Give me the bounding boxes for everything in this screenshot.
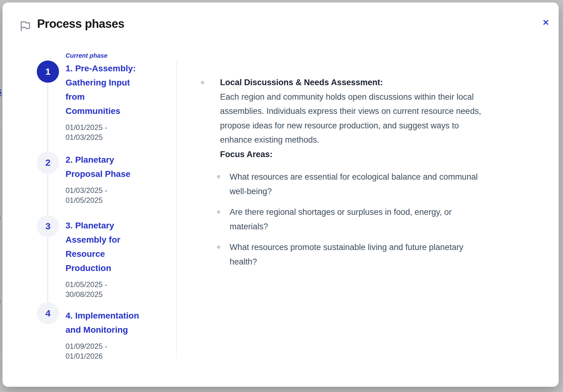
phase-3-dates: 01/05/2025 - 30/08/2025 [66, 280, 144, 299]
column-divider [176, 60, 177, 358]
current-phase-label: Current phase [66, 52, 144, 59]
phase-1-link[interactable]: 1. Pre-Assembly: Gathering Input from Co… [66, 61, 144, 118]
description-line: Each region and community holds open dis… [220, 90, 553, 104]
bullet-icon [201, 81, 204, 84]
phase-step-1-badge: 1 [37, 60, 59, 83]
phase-2-dates: 01/03/2025 - 01/05/2025 [66, 186, 144, 205]
timeline-connector-line [47, 72, 48, 313]
phase-item-2: 2. Planetary Proposal Phase 01/03/2025 -… [66, 153, 144, 205]
phase-step-4-badge: 4 [37, 302, 59, 324]
phase-2-link[interactable]: 2. Planetary Proposal Phase [66, 153, 144, 181]
phase-3-link[interactable]: 3. Planetary Assembly for Resource Produ… [66, 219, 144, 275]
phase-item-1: Current phase 1. Pre-Assembly: Gathering… [66, 52, 144, 142]
focus-areas-list: What resources are essential for ecologi… [217, 170, 549, 275]
phase-step-2-badge: 2 [37, 152, 59, 174]
list-item: What resources promote sustainable livin… [217, 240, 549, 269]
flag-icon [19, 20, 32, 32]
description-line: propose ideas for new resource productio… [220, 119, 553, 133]
description-line: assemblies. Individuals express their vi… [220, 104, 553, 119]
background-divider [0, 121, 2, 122]
phase-1-dates: 01/01/2025 - 01/03/2025 [66, 123, 144, 142]
list-item: What resources are essential for ecologi… [217, 170, 549, 198]
phase-4-link[interactable]: 4. Implementation and Monitoring [66, 309, 144, 337]
bullet-icon [217, 210, 220, 214]
description-heading: Local Discussions & Needs Assessment: [220, 75, 553, 90]
phase-item-3: 3. Planetary Assembly for Resource Produ… [66, 219, 144, 299]
list-item: Are there regional shortages or surpluse… [217, 205, 549, 234]
close-icon [542, 19, 549, 26]
description-line: enhance existing methods. [220, 133, 553, 147]
focus-areas-heading: Focus Areas: [220, 147, 553, 162]
phase-4-dates: 01/09/2025 - 01/01/2026 [66, 341, 144, 361]
phase-step-3-badge: 3 [37, 215, 59, 237]
dialog-title: Process phases [37, 17, 124, 31]
phase-description: Local Discussions & Needs Assessment: Ea… [220, 75, 553, 161]
close-button[interactable] [540, 16, 552, 28]
background-divider [0, 357, 2, 358]
phase-item-4: 4. Implementation and Monitoring 01/09/2… [66, 309, 144, 361]
bullet-icon [217, 245, 220, 249]
bullet-icon [217, 175, 220, 178]
process-phases-dialog: Process phases 1 2 3 4 Current phase 1. … [2, 2, 559, 387]
screen: { "colors": { "accent_blue": "#2834c9", … [0, 0, 563, 392]
